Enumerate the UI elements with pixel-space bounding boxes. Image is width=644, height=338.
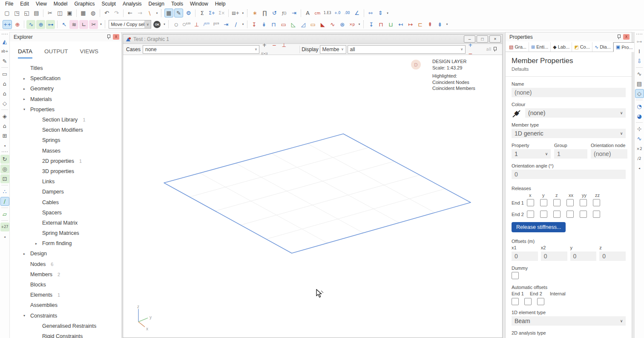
grid-load-line-icon[interactable]: ⊓ (377, 20, 385, 29)
tree-item-dampers[interactable]: Dampers (10, 187, 121, 197)
end1-release-yy-checkbox[interactable] (580, 199, 587, 206)
sculpt-pencil-icon[interactable]: ✎ (0, 57, 9, 66)
add-dimension-icon[interactable]: +27 (0, 222, 9, 231)
tree-item-materials[interactable]: ▸Materials (10, 94, 121, 104)
grid-load-left-icon[interactable]: ↤ (396, 20, 405, 29)
sculpt-edit-icon[interactable]: ✎ (174, 9, 183, 17)
label-restraints-icon[interactable]: ⊥ (192, 20, 201, 29)
snap-target-icon[interactable]: ⊕ (13, 20, 22, 29)
grid-load-down-icon[interactable]: ⇟ (435, 20, 444, 29)
colour-select[interactable]: (none) ∨ (525, 108, 626, 118)
tree-item-section-library[interactable]: Section Library1 (10, 115, 121, 125)
menu-sculpt[interactable]: Sculpt (98, 1, 119, 7)
model-plane-outline[interactable] (164, 134, 471, 253)
ok-button[interactable]: OK (153, 21, 161, 28)
release-stiffness-button[interactable]: Release stiffness... (512, 222, 566, 232)
load-node-icon[interactable]: ⊛ (338, 20, 347, 29)
view-solid-icon[interactable]: ◈ (0, 112, 9, 121)
end2-release-yy-checkbox[interactable] (580, 211, 587, 218)
offset-z-input[interactable]: 0 (599, 251, 626, 261)
tree-item-springs[interactable]: Springs (10, 135, 121, 145)
menu-tools[interactable]: Tools (168, 1, 187, 7)
menu-edit[interactable]: Edit (17, 1, 32, 7)
end1-release-z-checkbox[interactable] (553, 199, 561, 206)
end2-release-x-checkbox[interactable] (527, 211, 534, 218)
load-beam-udl-icon[interactable]: ▭ (279, 20, 288, 29)
scale-up-icon[interactable]: ×2 (635, 144, 644, 153)
orientation-node-input[interactable]: (none) (591, 149, 627, 159)
tree-collapse-icon[interactable]: ▾ (22, 107, 27, 111)
dummy-checkbox[interactable] (512, 272, 519, 279)
tree-item-rigid-constraints[interactable]: Rigid Constraints (10, 331, 121, 338)
end1-release-x-checkbox[interactable] (527, 199, 534, 206)
tree-item-masses[interactable]: Masses (10, 146, 121, 156)
display-filter-chevron-icon[interactable]: ∨ (459, 47, 465, 51)
cases-combobox[interactable]: none ∨ (143, 45, 259, 54)
tree-item-nodes[interactable]: Nodes6 (10, 259, 121, 269)
rotate-view-icon[interactable]: ↻ (0, 155, 9, 164)
print-preview-icon[interactable]: ◍ (89, 9, 98, 17)
close-button[interactable]: × (489, 35, 501, 43)
decrease-decimals-icon[interactable]: .00 (343, 9, 352, 17)
add-case-icon[interactable]: + (260, 41, 269, 49)
properties-pin-icon[interactable] (617, 34, 621, 40)
view-isometric-icon[interactable]: ◇ (0, 99, 9, 108)
load-tri-2-icon[interactable]: ◿ (299, 20, 308, 29)
goto-icon[interactable]: ⇥ (290, 9, 299, 17)
open-file-icon[interactable]: ◳ (12, 9, 21, 17)
exponent-notation-icon[interactable]: 1.E3 (323, 9, 332, 17)
label-node-numbers-icon[interactable]: ○¹²³ (181, 20, 191, 29)
tree-collapse-icon[interactable]: ▾ (22, 314, 27, 318)
copy-icon[interactable]: ◫ (55, 9, 64, 17)
end2-release-zz-checkbox[interactable] (593, 211, 600, 218)
tree-item-3d-properties[interactable]: 3D properties (10, 166, 121, 176)
tree-expand-icon[interactable]: ▸ (22, 97, 27, 101)
tree-item-2d-properties[interactable]: 2D properties1 (10, 156, 121, 166)
select-nodes-icon[interactable]: ∴ (0, 187, 9, 196)
load-settlement-icon[interactable]: ↡ (259, 20, 268, 29)
load-frame-icon[interactable]: ⊓ (269, 20, 278, 29)
labels-more[interactable]: ▾ (241, 20, 245, 29)
menu-view[interactable]: View (32, 1, 50, 7)
load-beam-patch-icon[interactable]: ▭ (308, 20, 317, 29)
history-back-icon[interactable]: ← (126, 9, 135, 17)
label-sections-icon[interactable]: I¹²³ (212, 20, 221, 29)
close-file-icon[interactable]: ◱ (22, 9, 31, 17)
tree-item-spring-matrices[interactable]: Spring Matrices (10, 228, 121, 238)
display-filter-combobox[interactable]: all ∨ (348, 45, 466, 54)
render-3d-icon[interactable]: ◇ (635, 89, 644, 98)
tree-item-design[interactable]: ▸Design (10, 248, 121, 259)
sweep-brush-icon[interactable]: \ (145, 9, 154, 17)
spacing-more[interactable]: ▾ (386, 9, 390, 17)
tool-settings-icon[interactable]: ⚙ (184, 9, 193, 17)
table-view-icon[interactable]: ▦ (164, 9, 173, 17)
sum-add-icon[interactable]: Σ+ (207, 9, 216, 17)
display-entity-combobox[interactable]: Members ∨ (320, 45, 346, 54)
horizontal-spacing-icon[interactable]: ⇿ (366, 9, 375, 17)
graphic-window-titlebar[interactable]: Test : Graphic 1 –□× (123, 35, 502, 44)
menu-window[interactable]: Window (187, 1, 212, 7)
tree-item-titles[interactable]: Titles (10, 63, 121, 73)
remove-case-icon[interactable]: − (270, 41, 279, 49)
tree-item-constraints[interactable]: ▾Constraints (10, 311, 121, 321)
explorer-pin-icon[interactable] (106, 34, 111, 40)
member-type-select[interactable]: 1D generic ∨ (512, 129, 626, 138)
menu-help[interactable]: Help (212, 1, 229, 7)
units-icon[interactable]: cm (313, 9, 322, 17)
animation-tool-icon[interactable]: ▤ (635, 79, 644, 88)
end2-release-xx-checkbox[interactable] (566, 211, 574, 218)
label-axes-icon[interactable]: ∕ (231, 20, 240, 29)
extrude-icon[interactable]: ≋ (69, 20, 78, 29)
tree-item-specification[interactable]: ▸Specification (10, 73, 121, 84)
collapse-right[interactable]: ◂ (638, 164, 641, 173)
sculpt-member-icon[interactable]: ⊶ (46, 20, 55, 29)
orbit-view-icon[interactable]: ⊡ (0, 174, 9, 183)
prop-tab-pro[interactable]: ▣Pro... (613, 42, 635, 52)
wizard-wand-icon[interactable]: ∗ (250, 9, 259, 17)
load-support-icon[interactable]: ↧ (250, 20, 259, 29)
diagram-curve-icon[interactable]: ∿ (635, 134, 644, 143)
end1-release-y-checkbox[interactable] (540, 199, 547, 206)
tree-expand-icon[interactable]: ▸ (22, 252, 27, 256)
sculpt-tool-combobox[interactable]: Move / Copy sele ∨ (109, 20, 151, 29)
select-members-icon[interactable]: ∕ (0, 197, 9, 206)
